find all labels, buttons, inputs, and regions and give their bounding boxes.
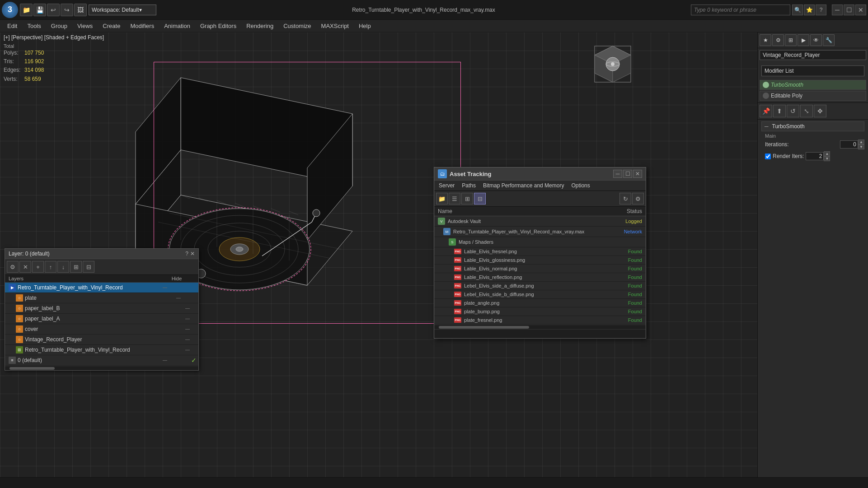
asset-row-2[interactable]: S Maps / Shaders bbox=[434, 237, 646, 247]
layer-row-4[interactable]: ○ cover ─ bbox=[5, 324, 198, 335]
ts-iterations-input[interactable] bbox=[840, 140, 858, 149]
restore-btn[interactable]: ☐ bbox=[844, 5, 854, 15]
bookmark-btn[interactable]: ⭐ bbox=[804, 5, 815, 15]
layer-row-3[interactable]: ○ paper_label_A ─ bbox=[5, 314, 198, 324]
panel-icon-display[interactable]: 👁 bbox=[810, 34, 822, 46]
panel-icon-modify[interactable]: ⚙ bbox=[772, 34, 784, 46]
panel-icon-motion[interactable]: ▶ bbox=[798, 34, 809, 46]
help-btn[interactable]: ? bbox=[816, 5, 826, 15]
object-name-input[interactable] bbox=[760, 50, 866, 60]
scale-btn[interactable]: ⤡ bbox=[800, 105, 813, 117]
menu-rendering[interactable]: Rendering bbox=[242, 21, 278, 31]
asset-table-header: Name Status bbox=[434, 207, 646, 216]
pin-btn[interactable]: 📌 bbox=[760, 105, 772, 117]
menu-tools[interactable]: Tools bbox=[23, 21, 45, 31]
asset-row-0[interactable]: V Autodesk Vault Logged bbox=[434, 216, 646, 227]
turbosmooth-title[interactable]: ─ TurboSmooth bbox=[761, 121, 864, 131]
menu-modifiers[interactable]: Modifiers bbox=[126, 21, 159, 31]
asset-tool-thumb[interactable]: ⊞ bbox=[461, 193, 473, 204]
panel-icon-hierarchy[interactable]: ⊞ bbox=[785, 34, 797, 46]
layer-row-6-hide: ─ bbox=[178, 346, 197, 353]
panel-icon-star[interactable]: ★ bbox=[760, 34, 771, 46]
asset-scrollbar[interactable] bbox=[434, 325, 646, 329]
render-btn[interactable]: 🖼 bbox=[74, 4, 87, 16]
menu-group[interactable]: Group bbox=[47, 21, 72, 31]
asset-tool-refresh[interactable]: ↻ bbox=[619, 193, 631, 204]
ts-render-iters-up[interactable]: ▲ bbox=[824, 151, 830, 156]
layer-tool-move-down[interactable]: ↓ bbox=[57, 261, 69, 273]
menu-maxscript[interactable]: MAXScript bbox=[317, 21, 353, 31]
layer-help-btn[interactable]: ? bbox=[185, 251, 188, 257]
asset-row-11[interactable]: PNG plate_fresnel.png Found bbox=[434, 316, 646, 325]
ts-iterations-up[interactable]: ▲ bbox=[858, 139, 864, 144]
ts-iterations-down[interactable]: ▼ bbox=[858, 144, 864, 149]
layer-tool-delete[interactable]: ✕ bbox=[19, 261, 31, 273]
asset-row-6[interactable]: PNG Lable_Elvis_reflection.png Found bbox=[434, 273, 646, 282]
rotate-btn[interactable]: ↺ bbox=[787, 105, 799, 117]
search-input[interactable] bbox=[691, 5, 790, 15]
ts-collapse-btn[interactable]: ─ bbox=[765, 123, 769, 130]
layer-tool-settings[interactable]: ⚙ bbox=[7, 261, 19, 273]
asset-scrollbar-thumb[interactable] bbox=[439, 326, 529, 329]
asset-tool-folder[interactable]: 📁 bbox=[436, 193, 448, 204]
modifier-turbosmooth[interactable]: TurboSmooth bbox=[760, 80, 866, 90]
asset-tool-list[interactable]: ☰ bbox=[449, 193, 460, 204]
close-btn[interactable]: ✕ bbox=[855, 5, 866, 15]
asset-restore-btn[interactable]: ☐ bbox=[623, 170, 632, 178]
search-btn[interactable]: 🔍 bbox=[792, 5, 803, 15]
menu-edit[interactable]: Edit bbox=[3, 21, 22, 31]
layer-row-1[interactable]: ○ plate ─ bbox=[5, 293, 198, 303]
asset-close-btn[interactable]: ✕ bbox=[633, 170, 642, 178]
asset-minimize-btn[interactable]: ─ bbox=[613, 170, 622, 178]
ts-render-iters-down[interactable]: ▼ bbox=[824, 156, 830, 161]
modifier-editablepoly[interactable]: Editable Poly bbox=[760, 91, 866, 101]
asset-row-4[interactable]: PNG Lable_Elvis_glossiness.png Found bbox=[434, 256, 646, 265]
asset-row-1[interactable]: M Retro_Turntable_Player_with_Vinyl_Reco… bbox=[434, 227, 646, 237]
ts-render-iters-input[interactable] bbox=[806, 152, 824, 160]
cursor-btn[interactable]: ⬆ bbox=[773, 105, 786, 117]
minimize-btn[interactable]: ─ bbox=[832, 5, 843, 15]
menu-graph-editors[interactable]: Graph Editors bbox=[196, 21, 241, 31]
workspace-dropdown[interactable]: Workspace: Default ▾ bbox=[89, 5, 156, 15]
ts-render-iters-checkbox[interactable] bbox=[765, 153, 771, 159]
panel-icon-utilities[interactable]: 🔧 bbox=[823, 34, 835, 46]
open-file-btn[interactable]: 📁 bbox=[20, 4, 33, 16]
layer-scrollbar[interactable] bbox=[5, 366, 198, 370]
menu-help[interactable]: Help bbox=[354, 21, 375, 31]
menu-customize[interactable]: Customize bbox=[279, 21, 315, 31]
asset-icon-8: PNG bbox=[454, 292, 464, 297]
redo-btn[interactable]: ↪ bbox=[61, 4, 73, 16]
asset-row-5[interactable]: PNG Lable_Elvis_normal.png Found bbox=[434, 265, 646, 273]
asset-row-7[interactable]: PNG Lebel_Elvis_side_a_diffuse.png Found bbox=[434, 282, 646, 290]
layer-row-0[interactable]: ▶ Retro_Turntable_Player_with_Vinyl_Reco… bbox=[5, 283, 198, 293]
asset-menu-server[interactable]: Server bbox=[437, 181, 456, 190]
layer-tool-move-up[interactable]: ↑ bbox=[45, 261, 56, 273]
layer-row-6[interactable]: ⊞ Retro_Turntable_Player_with_Vinyl_Reco… bbox=[5, 345, 198, 355]
asset-row-8[interactable]: PNG Lebel_Elvis_side_b_diffuse.png Found bbox=[434, 290, 646, 299]
move-btn[interactable]: ✥ bbox=[814, 105, 826, 117]
asset-menu-options[interactable]: Options bbox=[569, 181, 591, 190]
asset-status-4: Found bbox=[606, 257, 642, 263]
layer-scrollbar-thumb[interactable] bbox=[9, 367, 55, 370]
nav-cube[interactable] bbox=[590, 42, 635, 87]
asset-menu-paths[interactable]: Paths bbox=[460, 181, 478, 190]
asset-row-9[interactable]: PNG plate_angle.png Found bbox=[434, 299, 646, 307]
undo-btn[interactable]: ↩ bbox=[47, 4, 60, 16]
layer-tool-expand[interactable]: ⊞ bbox=[70, 261, 82, 273]
layer-tool-collapse[interactable]: ⊟ bbox=[83, 261, 94, 273]
layer-row-5[interactable]: ○ Vintage_Record_Player ─ bbox=[5, 335, 198, 345]
layer-row-2[interactable]: ○ paper_label_B ─ bbox=[5, 303, 198, 314]
asset-tool-settings2[interactable]: ⚙ bbox=[632, 193, 644, 204]
menu-animation[interactable]: Animation bbox=[160, 21, 195, 31]
asset-menu-bitmap[interactable]: Bitmap Performance and Memory bbox=[481, 181, 566, 190]
asset-tool-detail[interactable]: ⊟ bbox=[474, 193, 486, 204]
menu-create[interactable]: Create bbox=[98, 21, 125, 31]
modifier-list-dropdown[interactable]: Modifier List bbox=[761, 65, 864, 76]
menu-views[interactable]: Views bbox=[73, 21, 97, 31]
asset-row-10[interactable]: PNG plate_bump.png Found bbox=[434, 307, 646, 316]
asset-row-3[interactable]: PNG Lable_Elvis_fresnel.png Found bbox=[434, 247, 646, 256]
layer-tool-add[interactable]: + bbox=[32, 261, 44, 273]
layer-close-btn[interactable]: ✕ bbox=[190, 251, 195, 257]
save-btn[interactable]: 💾 bbox=[33, 4, 46, 16]
layer-row-7[interactable]: ≡ 0 (default) ─ ✓ bbox=[5, 355, 198, 366]
